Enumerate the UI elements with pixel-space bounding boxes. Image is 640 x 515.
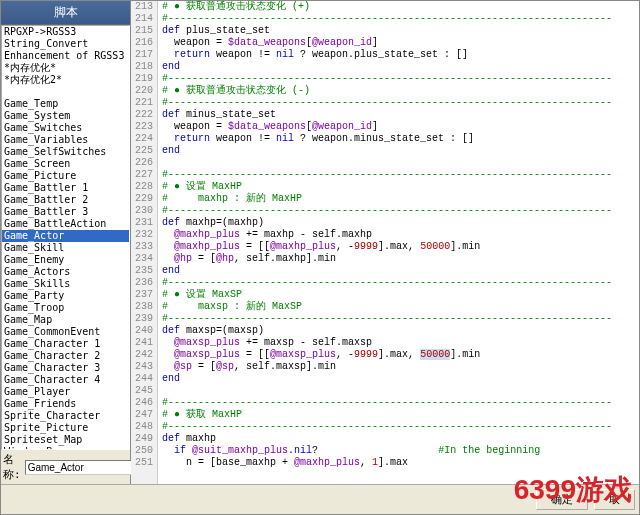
code-line[interactable]: def minus_state_set (162, 109, 635, 121)
code-line[interactable]: #---------------------------------------… (162, 205, 635, 217)
tree-item[interactable]: String_Convert (2, 38, 129, 50)
code-line[interactable]: end (162, 373, 635, 385)
name-label: 名称: (3, 452, 21, 482)
code-line[interactable]: def plus_state_set (162, 25, 635, 37)
code-line[interactable]: # ● 设置 MaxHP (162, 181, 635, 193)
tree-item[interactable]: Game_Temp (2, 98, 129, 110)
code-line[interactable]: #---------------------------------------… (162, 13, 635, 25)
ok-button[interactable]: 确定 (536, 489, 588, 510)
tree-item[interactable]: Game_Actors (2, 266, 129, 278)
script-list[interactable]: RPGXP->RGSS3String_ConvertEnhancement of… (1, 25, 130, 450)
tree-item[interactable]: Game_Enemy (2, 254, 129, 266)
code-line[interactable]: #---------------------------------------… (162, 73, 635, 85)
code-line[interactable]: weapon = $data_weapons[@weapon_id] (162, 37, 635, 49)
tree-item[interactable]: *内存优化2* (2, 74, 129, 86)
tree-item[interactable]: Game_Skill (2, 242, 129, 254)
code-line[interactable]: #---------------------------------------… (162, 421, 635, 433)
code-line[interactable]: # ● 设置 MaxSP (162, 289, 635, 301)
code-line[interactable]: def maxhp (162, 433, 635, 445)
name-row: 名称: (1, 450, 130, 484)
tree-item[interactable]: Game_Battler 1 (2, 182, 129, 194)
cancel-button[interactable]: 取 (594, 489, 635, 510)
code-line[interactable]: # maxhp : 新的 MaxHP (162, 193, 635, 205)
tree-item[interactable]: Game_Character 3 (2, 362, 129, 374)
tree-item[interactable]: Spriteset_Map (2, 434, 129, 446)
code-line[interactable]: weapon = $data_weapons[@weapon_id] (162, 121, 635, 133)
tree-item[interactable]: Game_Character 4 (2, 374, 129, 386)
tree-item[interactable]: Game_Screen (2, 158, 129, 170)
code-line[interactable]: @hp = [@hp, self.maxhp].min (162, 253, 635, 265)
code-line[interactable]: @maxhp_plus = [[@maxhp_plus, -9999].max,… (162, 241, 635, 253)
tree-item[interactable]: Game_Character 1 (2, 338, 129, 350)
code-line[interactable]: n = [base_maxhp + @maxhp_plus, 1].max (162, 457, 635, 469)
code-line[interactable]: end (162, 145, 635, 157)
tree-item[interactable]: Game_Switches (2, 122, 129, 134)
tree-item[interactable]: Game_Troop (2, 302, 129, 314)
tree-item[interactable]: Game_Map (2, 314, 129, 326)
code-line[interactable]: # maxsp : 新的 MaxSP (162, 301, 635, 313)
code-line[interactable]: # ● 获取普通攻击状态变化 (+) (162, 1, 635, 13)
left-panel: 脚本 RPGXP->RGSS3String_ConvertEnhancement… (1, 1, 131, 484)
tree-item[interactable]: Game_Battler 2 (2, 194, 129, 206)
line-gutter: 2132142152162172182192202212222232242252… (131, 1, 158, 484)
tree-item[interactable]: Game_Actor (2, 230, 129, 242)
tree-item[interactable] (2, 86, 129, 98)
code-line[interactable]: #---------------------------------------… (162, 313, 635, 325)
code-line[interactable]: end (162, 61, 635, 73)
script-editor-window: 脚本 RPGXP->RGSS3String_ConvertEnhancement… (0, 0, 640, 515)
code-line[interactable]: # ● 获取普通攻击状态变化 (-) (162, 85, 635, 97)
code-line[interactable]: def maxhp=(maxhp) (162, 217, 635, 229)
code-line[interactable]: if @suit_maxhp_plus.nil? #In the beginni… (162, 445, 635, 457)
tree-item[interactable]: Game_SelfSwitches (2, 146, 129, 158)
code-line[interactable]: @maxsp_plus = [[@maxsp_plus, -9999].max,… (162, 349, 635, 361)
tree-item[interactable]: Sprite_Character (2, 410, 129, 422)
tree-item[interactable]: Game_Party (2, 290, 129, 302)
tree-item[interactable]: Game_Skills (2, 278, 129, 290)
code-line[interactable]: @maxsp_plus += maxsp - self.maxsp (162, 337, 635, 349)
code-line[interactable]: #---------------------------------------… (162, 277, 635, 289)
tree-item[interactable]: Sprite_Picture (2, 422, 129, 434)
button-bar: 确定 取 (1, 484, 639, 514)
code-line[interactable]: # ● 获取 MaxHP (162, 409, 635, 421)
tree-item[interactable]: Game_CommonEvent (2, 326, 129, 338)
code-line[interactable]: def maxsp=(maxsp) (162, 325, 635, 337)
code-line[interactable]: #---------------------------------------… (162, 397, 635, 409)
tree-item[interactable]: Game_Character 2 (2, 350, 129, 362)
code-line[interactable] (162, 385, 635, 397)
tree-item[interactable]: Game_Friends (2, 398, 129, 410)
tree-item[interactable]: Game_BattleAction (2, 218, 129, 230)
tree-item[interactable]: Game_Picture (2, 170, 129, 182)
main-area: 脚本 RPGXP->RGSS3String_ConvertEnhancement… (1, 1, 639, 484)
code-line[interactable]: end (162, 265, 635, 277)
tree-item[interactable]: Game_System (2, 110, 129, 122)
tree-item[interactable]: Game_Variables (2, 134, 129, 146)
code-line[interactable]: @sp = [@sp, self.maxsp].min (162, 361, 635, 373)
code-area[interactable]: # ● 获取普通攻击状态变化 (+)#---------------------… (158, 1, 639, 484)
code-editor[interactable]: 2132142152162172182192202212222232242252… (131, 1, 639, 484)
tree-item[interactable]: Game_Player (2, 386, 129, 398)
tree-item[interactable]: Game_Battler 3 (2, 206, 129, 218)
code-line[interactable]: return weapon != nil ? weapon.plus_state… (162, 49, 635, 61)
code-line[interactable]: #---------------------------------------… (162, 97, 635, 109)
code-line[interactable]: return weapon != nil ? weapon.minus_stat… (162, 133, 635, 145)
code-line[interactable] (162, 157, 635, 169)
panel-header: 脚本 (1, 1, 130, 25)
tree-item[interactable]: *内存优化* (2, 62, 129, 74)
code-line[interactable]: #---------------------------------------… (162, 169, 635, 181)
tree-item[interactable]: RPGXP->RGSS3 (2, 26, 129, 38)
code-line[interactable]: @maxhp_plus += maxhp - self.maxhp (162, 229, 635, 241)
tree-item[interactable]: Enhancement of RGSS3 (2, 50, 129, 62)
